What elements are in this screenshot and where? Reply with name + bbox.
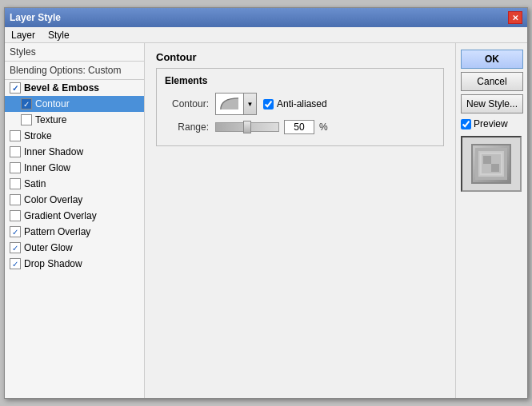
layer-item-contour[interactable]: ✓Contour: [5, 96, 144, 112]
layer-label-gradient_overlay: Gradient Overlay: [24, 210, 97, 221]
preview-icon: [471, 144, 511, 184]
new-style-button[interactable]: New Style...: [461, 94, 523, 113]
title-bar: Layer Style ✕: [5, 8, 527, 27]
preview-svg: [475, 148, 507, 180]
layer-item-inner_shadow[interactable]: Inner Shadow: [5, 144, 144, 160]
layer-item-color_overlay[interactable]: Color Overlay: [5, 192, 144, 208]
contour-label: Contour:: [165, 98, 209, 109]
layer-label-contour: Contour: [35, 98, 70, 109]
layer-label-satin: Satin: [24, 178, 46, 189]
range-row: Range: %: [165, 120, 435, 134]
layer-item-pattern_overlay[interactable]: ✓Pattern Overlay: [5, 224, 144, 240]
layer-label-stroke: Stroke: [24, 130, 52, 141]
svg-rect-6: [491, 164, 499, 172]
checkbox-bevel_emboss[interactable]: ✓: [10, 82, 21, 94]
preview-checkbox[interactable]: [461, 119, 471, 129]
layer-label-inner_shadow: Inner Shadow: [24, 146, 83, 157]
checkbox-inner_glow[interactable]: [10, 162, 21, 173]
layer-item-stroke[interactable]: Stroke: [5, 128, 144, 144]
main-window: Layer Style ✕ Layer Style Styles Blendin…: [4, 7, 528, 399]
contour-selector[interactable]: ▼: [215, 93, 257, 115]
cancel-button[interactable]: Cancel: [461, 72, 523, 91]
checkbox-inner_shadow[interactable]: [10, 146, 21, 157]
section-title: Contour: [156, 51, 444, 63]
range-label: Range:: [165, 121, 209, 133]
checkbox-satin[interactable]: [10, 178, 21, 189]
range-input[interactable]: [284, 120, 314, 134]
layer-item-inner_glow[interactable]: Inner Glow: [5, 160, 144, 176]
percent-label: %: [319, 121, 328, 133]
menu-bar: Layer Style: [5, 27, 527, 43]
layer-label-color_overlay: Color Overlay: [24, 194, 82, 205]
layer-label-pattern_overlay: Pattern Overlay: [24, 226, 90, 237]
slider-container: %: [215, 120, 328, 134]
slider-thumb: [243, 121, 251, 133]
checkbox-outer_glow[interactable]: ✓: [10, 242, 21, 253]
title-bar-controls: ✕: [508, 11, 522, 24]
window-title: Layer Style: [10, 12, 61, 23]
range-slider[interactable]: [215, 122, 279, 132]
anti-aliased-checkbox-label[interactable]: Anti-aliased: [263, 98, 327, 109]
right-panel: OK Cancel New Style... Preview: [455, 43, 527, 398]
layer-label-drop_shadow: Drop Shadow: [24, 258, 82, 269]
anti-aliased-label: Anti-aliased: [277, 98, 327, 109]
contour-preview[interactable]: [215, 93, 244, 115]
preview-row: Preview: [461, 118, 522, 129]
contour-row: Contour: ▼ Anti-aliased: [165, 93, 435, 115]
checkbox-contour[interactable]: ✓: [21, 98, 32, 109]
preview-box: [461, 136, 522, 192]
checkbox-gradient_overlay[interactable]: [10, 210, 21, 221]
checkbox-texture[interactable]: [21, 114, 32, 125]
content-area: Styles Blending Options: Custom ✓Bevel &…: [5, 43, 527, 398]
main-panel: Contour Elements Contour:: [145, 43, 455, 398]
layer-item-drop_shadow[interactable]: ✓Drop Shadow: [5, 256, 144, 272]
elements-box: Elements Contour: ▼: [156, 68, 444, 146]
layer-item-outer_glow[interactable]: ✓Outer Glow: [5, 240, 144, 256]
blending-options[interactable]: Blending Options: Custom: [5, 62, 144, 80]
elements-title: Elements: [165, 75, 435, 86]
checkbox-stroke[interactable]: [10, 130, 21, 141]
layer-label-outer_glow: Outer Glow: [24, 242, 73, 253]
menu-layer[interactable]: Layer: [8, 30, 38, 41]
layer-item-satin[interactable]: Satin: [5, 176, 144, 192]
checkbox-pattern_overlay[interactable]: ✓: [10, 226, 21, 237]
anti-aliased-checkbox[interactable]: [263, 99, 274, 109]
layer-label-bevel_emboss: Bevel & Emboss: [24, 82, 99, 94]
styles-header[interactable]: Styles: [5, 43, 144, 62]
left-panel: Styles Blending Options: Custom ✓Bevel &…: [5, 43, 145, 398]
preview-label: Preview: [474, 118, 508, 129]
layer-label-inner_glow: Inner Glow: [24, 162, 70, 173]
layer-list: ✓Bevel & Emboss✓ContourTextureStrokeInne…: [5, 80, 144, 398]
ok-button[interactable]: OK: [461, 50, 523, 69]
checkbox-color_overlay[interactable]: [10, 194, 21, 205]
checkbox-drop_shadow[interactable]: ✓: [10, 258, 21, 269]
layer-item-gradient_overlay[interactable]: Gradient Overlay: [5, 208, 144, 224]
layer-label-texture: Texture: [35, 114, 66, 125]
menu-style[interactable]: Style: [45, 30, 73, 41]
layer-item-texture[interactable]: Texture: [5, 112, 144, 128]
contour-svg: [218, 95, 242, 113]
layer-item-bevel_emboss[interactable]: ✓Bevel & Emboss: [5, 80, 144, 96]
svg-rect-5: [483, 156, 491, 164]
close-button[interactable]: ✕: [508, 11, 522, 24]
contour-dropdown-btn[interactable]: ▼: [244, 93, 257, 115]
